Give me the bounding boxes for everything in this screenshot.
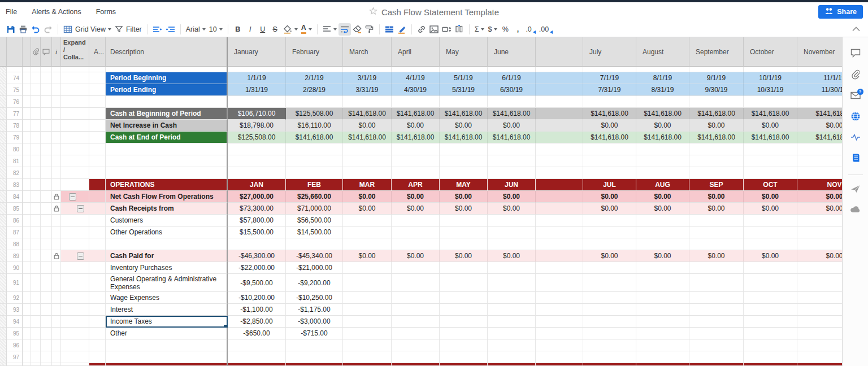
info-cell[interactable] — [52, 67, 61, 72]
cell-november[interactable] — [797, 167, 842, 179]
cell-february[interactable] — [286, 155, 343, 167]
cell-january[interactable]: -$46,300.00 — [228, 250, 286, 262]
cell-june[interactable]: $0.00 — [488, 120, 536, 132]
comment-cell[interactable] — [41, 132, 52, 143]
row-number[interactable]: 81 — [7, 155, 23, 167]
row-drag-gutter[interactable] — [0, 132, 7, 143]
cell-january[interactable]: -$1,100.00 — [228, 304, 286, 316]
row-drag-gutter[interactable] — [0, 84, 7, 96]
cell-spacer[interactable] — [536, 304, 583, 316]
cell-may[interactable]: $141,618.00 — [440, 108, 488, 120]
row-number[interactable]: 84 — [7, 191, 23, 203]
row-drag-gutter[interactable] — [0, 328, 7, 339]
cell-march[interactable] — [343, 67, 392, 72]
cell-november[interactable] — [797, 363, 842, 366]
auto-cell[interactable] — [89, 274, 106, 292]
column-header-october[interactable]: October — [744, 37, 797, 67]
cell-november[interactable]: 11/1/19 — [797, 72, 842, 84]
cell-january[interactable] — [228, 96, 286, 108]
expand-cell[interactable] — [61, 203, 89, 215]
info-cell[interactable] — [52, 316, 61, 328]
cell-may[interactable] — [440, 226, 488, 238]
expand-cell[interactable] — [61, 238, 89, 250]
cell-july[interactable]: $0.00 — [583, 191, 636, 203]
cell-description[interactable]: Cash at Beginning of Period — [106, 108, 228, 120]
cell-description[interactable] — [106, 363, 228, 366]
cell-description[interactable]: Net Increase in Cash — [106, 120, 228, 132]
cell-march[interactable]: 3/1/19 — [343, 72, 392, 84]
row-drag-gutter[interactable] — [0, 274, 7, 292]
column-header-april[interactable]: April — [392, 37, 440, 67]
row-action-cell[interactable] — [23, 226, 31, 238]
attachment-cell[interactable] — [31, 226, 41, 238]
info-cell[interactable] — [52, 167, 61, 179]
expand-cell[interactable] — [61, 274, 89, 292]
cell-description[interactable]: Inventory Purchases — [106, 262, 228, 274]
row-number[interactable]: 91 — [7, 274, 23, 292]
underline-button[interactable]: U — [257, 23, 269, 36]
cell-june[interactable] — [488, 67, 536, 72]
attachment-column-icon[interactable] — [31, 37, 41, 67]
row-number[interactable] — [7, 67, 23, 72]
expand-cell[interactable] — [61, 191, 89, 203]
cell-october[interactable] — [744, 215, 797, 226]
cell-spacer[interactable] — [536, 108, 583, 120]
cell-may[interactable] — [440, 316, 488, 328]
comment-cell[interactable] — [41, 67, 52, 72]
cell-spacer[interactable] — [536, 120, 583, 132]
row-drag-gutter[interactable] — [0, 292, 7, 304]
attachment-cell[interactable] — [31, 316, 41, 328]
attachment-cell[interactable] — [31, 96, 41, 108]
cell-june[interactable] — [488, 215, 536, 226]
comment-cell[interactable] — [41, 226, 52, 238]
cell-march[interactable] — [343, 143, 392, 155]
cell-june[interactable]: 6/30/19 — [488, 84, 536, 96]
highlight-button[interactable] — [396, 23, 408, 36]
align-button[interactable] — [321, 23, 338, 36]
favorite-star-icon[interactable] — [369, 7, 377, 18]
save-button[interactable] — [5, 23, 17, 36]
info-cell[interactable] — [52, 363, 61, 366]
auto-cell[interactable] — [89, 203, 106, 215]
offline-cloud-icon[interactable] — [850, 205, 861, 215]
format-painter-button[interactable] — [363, 23, 376, 36]
cell-january[interactable] — [228, 155, 286, 167]
cell-june[interactable] — [488, 143, 536, 155]
cell-march[interactable] — [343, 238, 392, 250]
cell-may[interactable] — [440, 238, 488, 250]
row-action-cell[interactable] — [23, 215, 31, 226]
row-number[interactable]: 88 — [7, 238, 23, 250]
comma-button[interactable]: , — [511, 23, 524, 36]
cell-august[interactable]: 8/31/19 — [636, 84, 689, 96]
font-size-select[interactable]: 10 — [207, 23, 224, 36]
info-cell[interactable] — [52, 250, 61, 262]
cell-august[interactable]: 8/1/19 — [636, 72, 689, 84]
attachment-cell[interactable] — [31, 143, 41, 155]
auto-cell[interactable] — [89, 351, 106, 363]
cell-may[interactable]: $0.00 — [440, 191, 488, 203]
cell-march[interactable] — [343, 304, 392, 316]
cell-march[interactable] — [343, 215, 392, 226]
row-action-cell[interactable] — [23, 203, 31, 215]
auto-cell[interactable] — [89, 238, 106, 250]
expand-cell[interactable] — [61, 84, 89, 96]
column-header-july[interactable]: July — [583, 37, 636, 67]
cell-june[interactable]: $0.00 — [488, 203, 536, 215]
cell-august[interactable] — [636, 292, 689, 304]
info-cell[interactable] — [52, 351, 61, 363]
cell-description[interactable]: Other Operations — [106, 226, 228, 238]
cell-may[interactable] — [440, 304, 488, 316]
row-drag-gutter[interactable] — [0, 67, 7, 72]
cell-may[interactable] — [440, 339, 488, 351]
cell-february[interactable] — [286, 351, 343, 363]
cell-july[interactable] — [583, 274, 636, 292]
row-drag-gutter[interactable] — [0, 250, 7, 262]
increase-decimal-button[interactable]: .00 — [537, 23, 554, 36]
comment-cell[interactable] — [41, 328, 52, 339]
info-cell[interactable] — [52, 339, 61, 351]
cell-january[interactable]: -$22,000.00 — [228, 262, 286, 274]
cell-april[interactable]: $0.00 — [392, 191, 440, 203]
outdent-row-button[interactable] — [151, 23, 164, 36]
row-drag-gutter[interactable] — [0, 108, 7, 120]
row-number[interactable]: 95 — [7, 328, 23, 339]
